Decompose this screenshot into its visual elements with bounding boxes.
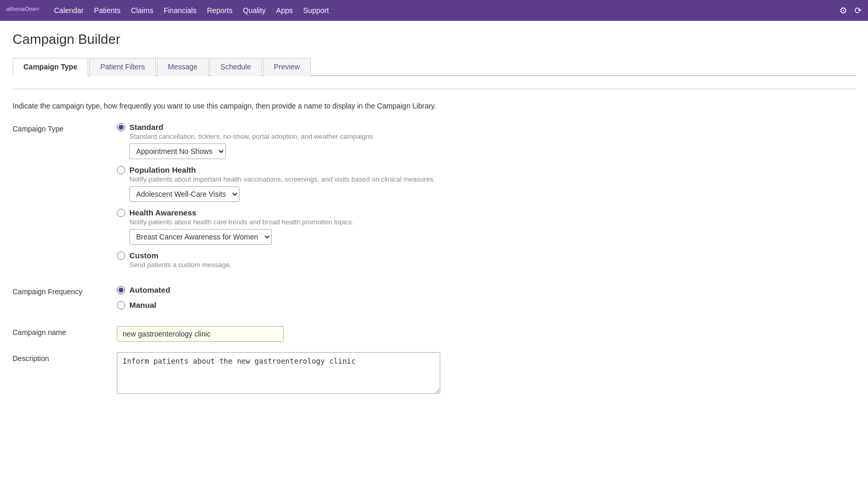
campaign-type-label: Campaign Type (13, 123, 117, 133)
radio-automated[interactable] (117, 286, 125, 294)
radio-standard[interactable] (117, 123, 125, 131)
nav-calendar[interactable]: Calendar (54, 6, 84, 15)
brand-name: athenaOne (6, 6, 36, 12)
nav-patients[interactable]: Patients (94, 6, 120, 15)
radio-label-custom[interactable]: Custom (117, 251, 855, 260)
section-description: Indicate the campaign type, how frequent… (13, 102, 855, 110)
radio-custom-label: Custom (129, 251, 159, 260)
radio-option-standard: Standard Standard cancellation, ticklers… (117, 123, 855, 159)
campaign-frequency-row: Campaign Frequency Automated Manual (13, 285, 855, 316)
campaign-name-controls (117, 326, 855, 342)
radio-custom[interactable] (117, 251, 125, 260)
radio-population-health-select-wrap: Adolescent Well-Care Visits Diabetes Man… (129, 186, 855, 202)
radio-health-awareness-desc: Notify patients about health care trends… (129, 218, 855, 226)
description-label: Description (13, 352, 117, 363)
description-controls: Inform patients about the new gastroente… (117, 352, 855, 395)
description-row: Description Inform patients about the ne… (13, 352, 855, 395)
radio-label-automated[interactable]: Automated (117, 285, 855, 294)
campaign-frequency-controls: Automated Manual (117, 285, 855, 316)
nav-icons-group: ⚙ ⟳ (839, 5, 862, 16)
population-health-dropdown[interactable]: Adolescent Well-Care Visits Diabetes Man… (129, 186, 239, 202)
radio-label-standard[interactable]: Standard (117, 123, 855, 131)
nav-apps[interactable]: Apps (276, 6, 293, 15)
brand-logo[interactable]: athenaOne® (6, 6, 40, 16)
section-divider (13, 89, 855, 89)
nav-financials[interactable]: Financials (164, 6, 197, 15)
nav-reports[interactable]: Reports (207, 6, 233, 15)
radio-custom-desc: Send patients a custom message. (129, 261, 855, 269)
settings-icon[interactable]: ⚙ (839, 5, 847, 16)
nav-quality[interactable]: Quality (243, 6, 266, 15)
radio-standard-select-wrap: Appointment No Shows Cancellations Tickl… (129, 143, 855, 159)
radio-standard-desc: Standard cancellation, ticklers, no-show… (129, 133, 855, 140)
nav-support[interactable]: Support (303, 6, 329, 15)
radio-option-custom: Custom Send patients a custom message. (117, 251, 855, 269)
main-content: Campaign Builder Campaign Type Patient F… (0, 21, 868, 504)
radio-option-population-health: Population Health Notify patients about … (117, 165, 855, 202)
tab-message[interactable]: Message (157, 58, 209, 76)
radio-label-health-awareness[interactable]: Health Awareness (117, 208, 855, 217)
tab-preview[interactable]: Preview (263, 58, 311, 76)
radio-option-automated: Automated (117, 285, 855, 294)
campaign-frequency-label: Campaign Frequency (13, 285, 117, 296)
radio-population-health-label: Population Health (129, 165, 196, 174)
tab-patient-filters[interactable]: Patient Filters (89, 58, 156, 76)
radio-health-awareness-select-wrap: Breast Cancer Awareness for Women Heart … (129, 229, 855, 245)
radio-standard-label: Standard (129, 123, 163, 131)
radio-health-awareness-label: Health Awareness (129, 208, 196, 217)
brand-superscript: ® (36, 7, 40, 12)
user-icon[interactable]: ⟳ (854, 5, 862, 16)
campaign-name-input[interactable] (117, 326, 284, 342)
radio-manual[interactable] (117, 301, 125, 309)
nav-claims[interactable]: Claims (131, 6, 153, 15)
tab-schedule[interactable]: Schedule (210, 58, 262, 76)
radio-automated-label: Automated (129, 285, 170, 294)
campaign-type-controls: Standard Standard cancellation, ticklers… (117, 123, 855, 275)
tab-campaign-type[interactable]: Campaign Type (13, 58, 88, 76)
radio-option-health-awareness: Health Awareness Notify patients about h… (117, 208, 855, 245)
page-title: Campaign Builder (13, 31, 855, 47)
radio-population-health-desc: Notify patients about important health v… (129, 175, 855, 183)
standard-dropdown[interactable]: Appointment No Shows Cancellations Tickl… (129, 143, 226, 159)
campaign-name-row: Campaign name (13, 326, 855, 342)
campaign-type-row: Campaign Type Standard Standard cancella… (13, 123, 855, 275)
radio-label-manual[interactable]: Manual (117, 301, 855, 309)
radio-health-awareness[interactable] (117, 209, 125, 217)
health-awareness-dropdown[interactable]: Breast Cancer Awareness for Women Heart … (129, 229, 272, 245)
radio-option-manual: Manual (117, 301, 855, 309)
radio-label-population-health[interactable]: Population Health (117, 165, 855, 174)
campaign-name-label: Campaign name (13, 326, 117, 337)
tabs-bar: Campaign Type Patient Filters Message Sc… (13, 57, 855, 76)
radio-population-health[interactable] (117, 166, 125, 174)
description-textarea[interactable]: Inform patients about the new gastroente… (117, 352, 440, 394)
top-navigation: athenaOne® Calendar Patients Claims Fina… (0, 0, 868, 21)
radio-manual-label: Manual (129, 301, 156, 309)
